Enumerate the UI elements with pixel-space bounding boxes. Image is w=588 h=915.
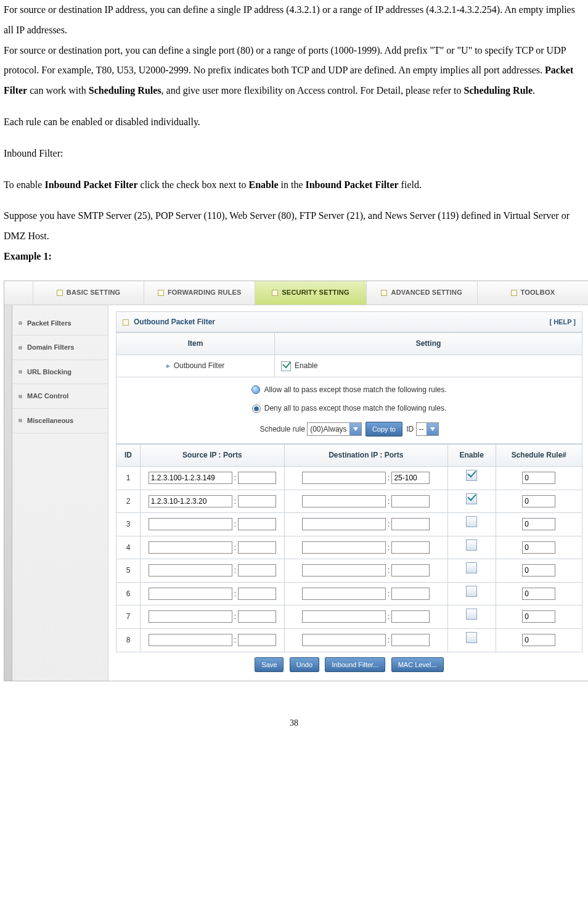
- destination-ip-input[interactable]: [302, 472, 386, 484]
- cell-id: 3: [116, 513, 141, 536]
- schedule-rule-input[interactable]: [522, 495, 555, 507]
- inbound-filter-button[interactable]: Inbound Filter...: [325, 657, 385, 672]
- schedule-rule-input[interactable]: [522, 610, 555, 623]
- row-enable-checkbox[interactable]: [466, 470, 477, 481]
- enable-checkbox[interactable]: [281, 361, 291, 371]
- schedule-rule-input[interactable]: [522, 634, 555, 646]
- help-link[interactable]: [ HELP ]: [549, 315, 576, 329]
- destination-port-input[interactable]: [391, 472, 430, 484]
- source-port-input[interactable]: [238, 564, 276, 576]
- destination-port-input[interactable]: [391, 495, 430, 507]
- destination-ip-input[interactable]: [302, 610, 386, 623]
- cell-rule: [496, 490, 582, 513]
- source-port-input[interactable]: [238, 518, 276, 530]
- id-select[interactable]: --: [416, 422, 439, 436]
- source-ip-input[interactable]: [149, 518, 232, 530]
- undo-button[interactable]: Undo: [290, 657, 319, 672]
- colon: :: [232, 497, 238, 506]
- row-enable-checkbox[interactable]: [466, 493, 477, 504]
- globe-icon: [251, 385, 260, 394]
- cell-source: :: [140, 629, 284, 652]
- destination-port-input[interactable]: [391, 588, 430, 600]
- cell-enable: [447, 582, 496, 605]
- source-ip-input[interactable]: [149, 564, 232, 576]
- tab-forwarding-rules[interactable]: FORWARDING RULES: [144, 281, 255, 305]
- destination-port-input[interactable]: [391, 610, 430, 623]
- destination-ip-input[interactable]: [302, 495, 386, 507]
- schedule-rule-input[interactable]: [522, 564, 555, 576]
- cell-enable: [447, 536, 496, 559]
- destination-ip-input[interactable]: [302, 518, 386, 530]
- text-bold: Inbound Packet Filter: [44, 179, 137, 190]
- row-enable-checkbox[interactable]: [466, 562, 477, 573]
- text-bold: Enable: [248, 179, 278, 190]
- sidebar-item-domain-filters[interactable]: Domain Filters: [12, 335, 108, 360]
- row-enable-checkbox[interactable]: [466, 516, 477, 527]
- tab-security-setting[interactable]: SECURITY SETTING: [255, 281, 366, 305]
- bullet-icon: [18, 321, 22, 325]
- tab-toolbox[interactable]: TOOLBOX: [478, 281, 588, 305]
- schedule-rule-input[interactable]: [522, 541, 555, 554]
- schedule-rule-input[interactable]: [522, 588, 555, 600]
- destination-port-input[interactable]: [391, 564, 430, 576]
- bullet-icon: [18, 370, 22, 374]
- cell-enable: [447, 490, 496, 513]
- cell-id: 4: [116, 536, 141, 559]
- paragraph-enable-inbound: To enable Inbound Packet Filter click th…: [4, 175, 584, 195]
- source-port-input[interactable]: [238, 610, 276, 623]
- schedule-rule-input[interactable]: [522, 472, 555, 484]
- row-enable-checkbox[interactable]: [466, 609, 477, 620]
- source-ip-input[interactable]: [149, 610, 232, 623]
- allow-radio-row: Allow all to pass except those match the…: [120, 380, 578, 400]
- colon: :: [232, 566, 238, 575]
- sidebar-item-label: MAC Control: [27, 389, 68, 403]
- schedule-select[interactable]: (00)Always: [307, 422, 361, 436]
- cell-id: 5: [116, 559, 141, 583]
- destination-port-input[interactable]: [391, 634, 430, 646]
- save-button[interactable]: Save: [255, 657, 284, 672]
- source-ip-input[interactable]: [149, 541, 232, 554]
- colon: :: [232, 612, 238, 621]
- destination-ip-input[interactable]: [302, 634, 386, 646]
- text: field.: [399, 179, 422, 190]
- cell-id: 1: [116, 466, 141, 490]
- cell-rule: [496, 605, 582, 629]
- sidebar-item-mac-control[interactable]: MAC Control: [12, 384, 108, 409]
- source-port-input[interactable]: [238, 541, 276, 554]
- sidebar-item-packet-filters[interactable]: Packet Filters: [12, 311, 108, 336]
- source-port-input[interactable]: [238, 472, 276, 484]
- col-id: ID: [116, 445, 141, 467]
- tab-advanced-setting[interactable]: ADVANCED SETTING: [367, 281, 478, 305]
- source-port-input[interactable]: [238, 588, 276, 600]
- tab-bullet-icon: [57, 290, 63, 296]
- text: click the check box next to: [138, 179, 249, 190]
- row-enable-checkbox[interactable]: [466, 586, 477, 597]
- row-enable-checkbox[interactable]: [466, 632, 477, 643]
- tab-bullet-icon: [511, 290, 517, 296]
- schedule-rule-input[interactable]: [522, 518, 555, 530]
- colon: :: [386, 520, 391, 528]
- tab-basic-setting[interactable]: BASIC SETTING: [33, 281, 144, 305]
- paragraph-port: For source or destination port, you can …: [4, 41, 584, 101]
- sidebar-item-url-blocking[interactable]: URL Blocking: [12, 360, 108, 385]
- destination-port-input[interactable]: [391, 518, 430, 530]
- destination-port-input[interactable]: [391, 541, 430, 554]
- destination-ip-input[interactable]: [302, 541, 386, 554]
- deny-radio[interactable]: [252, 404, 261, 413]
- source-ip-input[interactable]: [149, 495, 232, 507]
- row-enable-checkbox[interactable]: [466, 540, 477, 551]
- source-ip-input[interactable]: [149, 472, 232, 484]
- destination-ip-input[interactable]: [302, 564, 386, 576]
- source-port-input[interactable]: [238, 495, 276, 507]
- mac-level-button[interactable]: MAC Level...: [391, 657, 444, 672]
- colon: :: [232, 543, 238, 552]
- source-port-input[interactable]: [238, 634, 276, 646]
- source-ip-input[interactable]: [149, 634, 232, 646]
- copy-to-button[interactable]: Copy to: [365, 422, 402, 437]
- col-item: Item: [116, 333, 275, 355]
- destination-ip-input[interactable]: [302, 588, 386, 600]
- left-edge-decor: [4, 305, 12, 681]
- source-ip-input[interactable]: [149, 588, 232, 600]
- sidebar-item-miscellaneous[interactable]: Miscellaneous: [12, 409, 108, 433]
- cell-enable: [447, 605, 496, 629]
